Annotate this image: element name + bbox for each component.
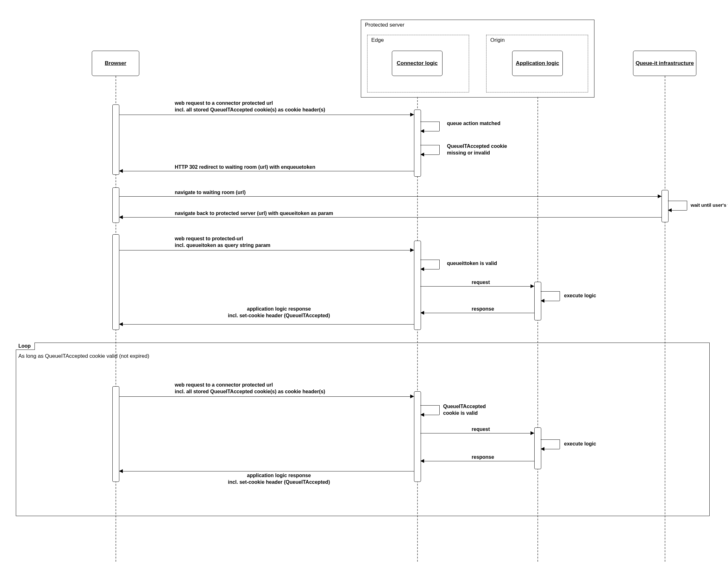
participant-connector: Connector logic xyxy=(392,51,442,76)
self4-arrow xyxy=(420,267,424,271)
msg-m2-line xyxy=(123,171,414,171)
msg-m5-label: web request to protected-url incl. queue… xyxy=(175,236,270,249)
msg-m4-label: navigate back to protected server (url) … xyxy=(175,210,333,217)
activation-application-1 xyxy=(534,282,541,320)
activation-browser-loop xyxy=(112,386,119,482)
activation-queueit-1 xyxy=(662,190,668,222)
loop-self1-top xyxy=(420,405,439,406)
loop-m1-arrow xyxy=(410,394,414,398)
self5-label: execute logic xyxy=(564,293,596,299)
loop-self1-label: QueueITAccepted cookie is valid xyxy=(443,403,486,417)
loop-self2-label: execute logic xyxy=(564,441,596,447)
participant-application: Application logic xyxy=(512,51,563,76)
loop-box xyxy=(16,343,710,516)
self5-top xyxy=(541,291,560,292)
self3-bot xyxy=(672,210,687,211)
participant-application-label: Application logic xyxy=(516,60,559,66)
participant-browser: Browser xyxy=(92,51,139,76)
loop-self2-bot xyxy=(544,449,560,449)
sequence-diagram: Protected server Edge Origin Browser Con… xyxy=(6,6,722,562)
msg-m4-line xyxy=(123,217,662,218)
participant-browser-label: Browser xyxy=(105,60,126,66)
participant-queueit-label: Queue-it infrastructure xyxy=(636,60,694,66)
origin-label: Origin xyxy=(490,37,505,43)
self1-top xyxy=(420,122,439,122)
loop-m3-line xyxy=(424,461,534,461)
loop-m2-arrow xyxy=(530,431,534,435)
loop-m2-label: request xyxy=(472,426,490,433)
activation-connector-1 xyxy=(414,110,421,177)
self2-right xyxy=(439,145,440,155)
msg-m8-line xyxy=(123,324,414,325)
loop-m4-label: application logic response incl. set-coo… xyxy=(228,472,330,486)
self5-arrow xyxy=(541,299,544,303)
loop-m3-label: response xyxy=(472,454,494,461)
self4-top xyxy=(420,260,439,260)
loop-self1-bot xyxy=(424,415,439,415)
self2-arrow xyxy=(420,153,424,156)
activation-connector-2 xyxy=(414,241,421,330)
msg-m7-arrow xyxy=(420,311,424,315)
msg-m4-arrow xyxy=(119,215,123,219)
self4-label: queueittoken is valid xyxy=(447,260,497,267)
msg-m7-label: response xyxy=(472,306,494,312)
self5-bot xyxy=(544,301,560,301)
loop-m4-arrow xyxy=(119,469,123,473)
self4-bot xyxy=(424,269,439,269)
loop-self2-right xyxy=(560,439,560,449)
participant-queueit: Queue-it infrastructure xyxy=(633,51,696,76)
loop-m2-line xyxy=(420,433,534,433)
loop-m1-line xyxy=(119,396,414,397)
msg-m2-arrow xyxy=(119,169,123,173)
activation-connector-loop xyxy=(414,391,421,482)
loop-note: As long as QueueITAccepted cookie valid … xyxy=(18,353,149,360)
activation-application-loop xyxy=(534,427,541,469)
self2-label: QueueITAccepted cookie missing or invali… xyxy=(447,143,507,156)
edge-label: Edge xyxy=(371,37,384,43)
loop-self1-arrow xyxy=(420,413,424,417)
activation-browser-3 xyxy=(112,234,119,330)
loop-m4-line xyxy=(123,471,414,471)
self1-arrow xyxy=(420,129,424,133)
loop-self2-arrow xyxy=(541,447,544,451)
self3-label: wait until user's turn xyxy=(691,202,728,208)
msg-m5-arrow xyxy=(410,248,414,252)
activation-browser-1 xyxy=(112,104,119,175)
loop-self1-right xyxy=(439,405,440,415)
msg-m1-line xyxy=(119,115,414,115)
msg-m6-label: request xyxy=(472,279,490,286)
self5-right xyxy=(560,291,560,301)
participant-connector-label: Connector logic xyxy=(397,60,437,66)
msg-m3-arrow xyxy=(658,194,662,198)
loop-m3-arrow xyxy=(420,459,424,463)
msg-m8-label: application logic response incl. set-coo… xyxy=(228,306,330,319)
self1-right xyxy=(439,122,440,131)
activation-browser-2 xyxy=(112,187,119,223)
msg-m2-label: HTTP 302 redirect to waiting room (url) … xyxy=(175,164,315,171)
self1-bot xyxy=(424,131,439,131)
loop-self2-top xyxy=(541,439,560,440)
msg-m6-line xyxy=(420,286,534,287)
self1-label: queue action matched xyxy=(447,120,500,127)
msg-m7-line xyxy=(424,313,534,313)
loop-m1-label: web request to a connector protected url… xyxy=(175,382,325,395)
self3-top xyxy=(668,201,687,201)
self4-right xyxy=(439,260,440,269)
self3-right xyxy=(687,201,687,210)
self2-top xyxy=(420,145,439,145)
msg-m1-arrow xyxy=(410,113,414,117)
msg-m1-label: web request to a connector protected url… xyxy=(175,100,325,113)
msg-m6-arrow xyxy=(530,284,534,288)
self3-arrow xyxy=(668,208,672,212)
msg-m8-arrow xyxy=(119,322,123,326)
loop-tag: Loop xyxy=(16,343,35,350)
msg-m3-line xyxy=(119,196,662,197)
protected-server-label: Protected server xyxy=(365,22,405,28)
msg-m3-label: navigate to waiting room (url) xyxy=(175,189,246,196)
msg-m5-line xyxy=(119,250,414,250)
